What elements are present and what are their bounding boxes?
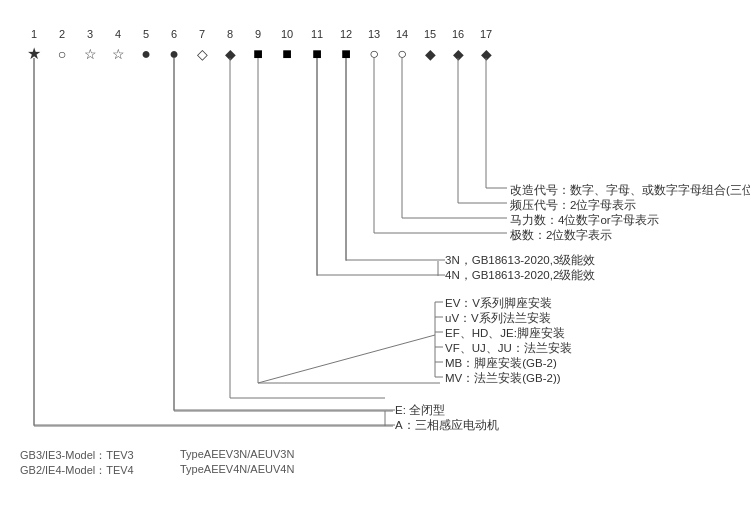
symbol-10: ■ <box>272 44 302 64</box>
symbol-12: ■ <box>332 44 360 64</box>
label-9: VF、UJ、JU：法兰安装 <box>445 341 572 356</box>
label-11: MV：法兰安装(GB-2)) <box>445 371 561 386</box>
symbol-3: ☆ <box>76 44 104 64</box>
bottom-label-2: TypeAEEV3N/AEUV3N <box>180 448 294 460</box>
symbol-16: ◆ <box>444 44 472 64</box>
position-number-9: 9 <box>244 28 272 40</box>
symbol-17: ◆ <box>472 44 500 64</box>
label-6: EV：V系列脚座安装 <box>445 296 552 311</box>
label-12: E: 全闭型 <box>395 403 445 418</box>
symbol-9: ■ <box>244 44 272 64</box>
symbol-2: ○ <box>48 44 76 64</box>
label-13: A：三相感应电动机 <box>395 418 499 433</box>
label-4: 3N，GB18613-2020,3级能效 <box>445 253 595 268</box>
position-number-10: 10 <box>272 28 302 40</box>
position-number-1: 1 <box>20 28 48 40</box>
position-number-13: 13 <box>360 28 388 40</box>
position-number-6: 6 <box>160 28 188 40</box>
label-8: EF、HD、JE:脚座安装 <box>445 326 565 341</box>
diagram-area: 1234567891011121314151617 ★○☆☆●●◇◆■■■■○○… <box>15 28 745 458</box>
position-number-3: 3 <box>76 28 104 40</box>
position-number-11: 11 <box>302 28 332 40</box>
connector-lines <box>15 28 745 458</box>
position-number-15: 15 <box>416 28 444 40</box>
symbol-row: ★○☆☆●●◇◆■■■■○○◆◆◆ <box>20 44 500 64</box>
symbol-1: ★ <box>20 44 48 64</box>
position-number-7: 7 <box>188 28 216 40</box>
label-7: uV：V系列法兰安装 <box>445 311 551 326</box>
label-1: 频压代号：2位字母表示 <box>510 198 636 213</box>
label-10: MB：脚座安装(GB-2) <box>445 356 557 371</box>
position-number-17: 17 <box>472 28 500 40</box>
position-number-14: 14 <box>388 28 416 40</box>
bottom-label-3: TypeAEEV4N/AEUV4N <box>180 463 294 475</box>
position-number-5: 5 <box>132 28 160 40</box>
position-number-8: 8 <box>216 28 244 40</box>
symbol-4: ☆ <box>104 44 132 64</box>
bottom-label-1: GB2/IE4-Model：TEV4 <box>20 463 134 478</box>
label-0: 改造代号：数字、字母、或数字字母组合(三位) <box>510 183 750 198</box>
symbol-6: ● <box>160 44 188 64</box>
label-5: 4N，GB18613-2020,2级能效 <box>445 268 595 283</box>
symbol-7: ◇ <box>188 44 216 64</box>
position-number-4: 4 <box>104 28 132 40</box>
page-container: 1234567891011121314151617 ★○☆☆●●◇◆■■■■○○… <box>0 0 750 468</box>
symbol-11: ■ <box>302 44 332 64</box>
position-number-12: 12 <box>332 28 360 40</box>
bottom-label-0: GB3/IE3-Model：TEV3 <box>20 448 134 463</box>
symbol-15: ◆ <box>416 44 444 64</box>
symbol-8: ◆ <box>216 44 244 64</box>
symbol-14: ○ <box>388 44 416 64</box>
position-number-16: 16 <box>444 28 472 40</box>
number-row: 1234567891011121314151617 <box>20 28 500 40</box>
symbol-5: ● <box>132 44 160 64</box>
symbol-13: ○ <box>360 44 388 64</box>
svg-line-28 <box>258 335 435 383</box>
position-number-2: 2 <box>48 28 76 40</box>
label-2: 马力数：4位数字or字母表示 <box>510 213 659 228</box>
label-3: 极数：2位数字表示 <box>510 228 612 243</box>
